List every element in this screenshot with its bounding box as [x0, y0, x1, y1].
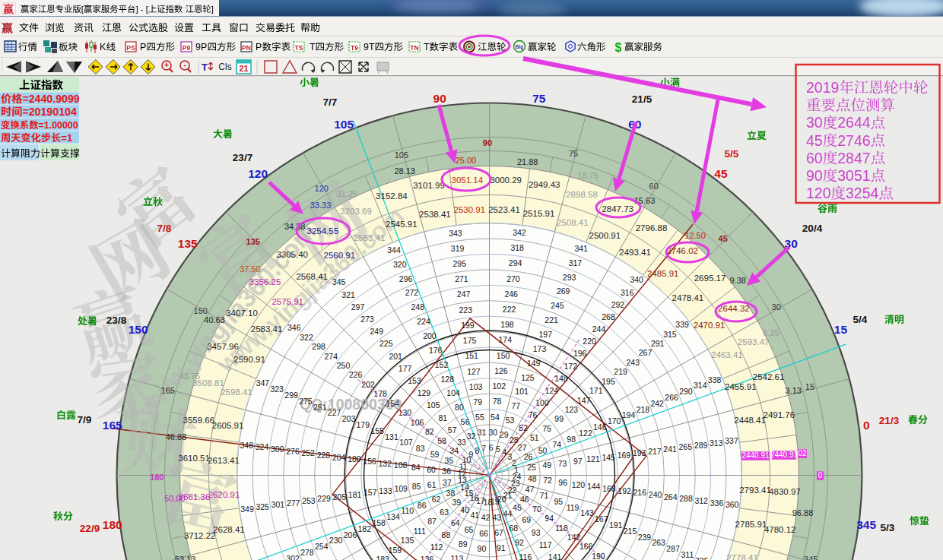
svg-text:37.50: 37.50 [240, 264, 261, 274]
svg-text:=1: =1 [61, 132, 72, 144]
svg-text:49: 49 [542, 460, 551, 470]
svg-text:23/7: 23/7 [233, 152, 252, 163]
svg-text:2778.41: 2778.41 [726, 553, 758, 560]
svg-text:116: 116 [519, 552, 532, 560]
svg-text:321: 321 [341, 290, 355, 299]
svg-text:91: 91 [497, 543, 506, 552]
svg-text:273: 273 [360, 315, 374, 324]
svg-text:151: 151 [465, 351, 478, 360]
svg-text:3559.66: 3559.66 [183, 416, 215, 425]
svg-text:347: 347 [256, 378, 270, 388]
svg-text:264: 264 [664, 492, 678, 501]
svg-text:35: 35 [445, 456, 454, 465]
svg-text:159: 159 [389, 546, 402, 555]
svg-text:23/8: 23/8 [106, 315, 127, 326]
svg-text:]: ] [211, 5, 214, 14]
svg-text:43: 43 [493, 513, 502, 522]
svg-text:230: 230 [329, 536, 343, 545]
svg-text:3051: 3051 [837, 167, 870, 184]
svg-text:180: 180 [103, 518, 122, 531]
svg-text:110: 110 [401, 506, 414, 515]
svg-text:46: 46 [520, 495, 529, 504]
svg-text:218: 218 [637, 405, 650, 414]
svg-text:131: 131 [385, 432, 398, 441]
svg-text:70: 70 [532, 505, 541, 514]
svg-text:30: 30 [806, 114, 823, 131]
svg-text:2455.91: 2455.91 [725, 382, 757, 391]
svg-text:270: 270 [506, 274, 520, 283]
svg-text:228: 228 [317, 451, 331, 460]
svg-text:81: 81 [438, 413, 447, 422]
svg-text:248: 248 [411, 302, 425, 312]
svg-text:5: 5 [496, 445, 500, 454]
svg-text:77: 77 [511, 401, 520, 410]
svg-text:3101.99: 3101.99 [413, 181, 445, 190]
svg-text:252: 252 [301, 448, 315, 457]
svg-text:2463.41: 2463.41 [711, 350, 743, 359]
svg-text:221: 221 [545, 315, 558, 324]
svg-text:124: 124 [545, 386, 559, 395]
svg-text:2746.02: 2746.02 [666, 246, 698, 255]
svg-text:60: 60 [427, 465, 436, 474]
svg-text:101: 101 [515, 387, 529, 396]
svg-text:105: 105 [395, 150, 408, 160]
svg-text:132: 132 [379, 459, 392, 468]
svg-text:143: 143 [580, 508, 594, 517]
svg-text:2545.91: 2545.91 [386, 220, 418, 229]
svg-text:41: 41 [470, 511, 479, 520]
svg-text:2530.91: 2530.91 [454, 205, 486, 214]
svg-text:204: 204 [332, 453, 346, 462]
svg-text:7: 7 [481, 444, 486, 453]
svg-text:166: 166 [579, 542, 593, 551]
svg-text:220: 220 [583, 337, 596, 346]
svg-text:15: 15 [805, 382, 814, 391]
svg-text:96: 96 [558, 478, 567, 487]
svg-text:2493.41: 2493.41 [619, 248, 651, 257]
svg-text:167: 167 [595, 514, 608, 524]
svg-text:2560.91: 2560.91 [324, 251, 356, 260]
svg-text:224: 224 [417, 317, 430, 326]
svg-text:336: 336 [710, 498, 724, 508]
svg-text:297: 297 [351, 302, 365, 312]
svg-text:21.88: 21.88 [517, 157, 538, 166]
svg-text:149: 149 [527, 359, 541, 368]
svg-text:24: 24 [513, 472, 522, 481]
svg-text:2470.91: 2470.91 [694, 321, 726, 330]
svg-text:3203.69: 3203.69 [340, 207, 372, 216]
svg-text:4830.97: 4830.97 [769, 487, 801, 496]
svg-text:34: 34 [449, 446, 459, 455]
svg-text:2590.91: 2590.91 [233, 355, 265, 364]
svg-text:268: 268 [602, 312, 615, 321]
svg-text:26: 26 [524, 452, 533, 461]
svg-text:2793.41: 2793.41 [739, 486, 771, 495]
svg-text:3610.51: 3610.51 [178, 454, 210, 463]
svg-text:111: 111 [414, 527, 426, 536]
svg-text:3000.29: 3000.29 [490, 176, 522, 185]
svg-text:295: 295 [453, 259, 467, 268]
svg-text:106: 106 [411, 418, 424, 427]
svg-text:153: 153 [408, 376, 421, 385]
svg-text:28.13: 28.13 [394, 166, 415, 176]
svg-text:202: 202 [361, 380, 375, 389]
svg-text:TS: TS [295, 44, 303, 52]
svg-text:182: 182 [358, 524, 372, 533]
svg-text:113: 113 [451, 554, 464, 560]
svg-text:246: 246 [504, 289, 518, 299]
svg-text:267: 267 [639, 348, 652, 357]
svg-text:2583.41: 2583.41 [251, 324, 283, 334]
svg-text:240: 240 [649, 490, 662, 499]
svg-text:86: 86 [418, 501, 427, 510]
svg-text:3: 3 [508, 452, 513, 461]
svg-text:144: 144 [587, 482, 601, 491]
svg-text:181: 181 [348, 490, 362, 499]
svg-text:53: 53 [506, 416, 515, 425]
svg-text:45: 45 [719, 234, 728, 243]
svg-text:42: 42 [481, 513, 491, 522]
svg-text:278: 278 [300, 548, 314, 557]
svg-text:69: 69 [522, 515, 531, 524]
svg-text:88: 88 [442, 530, 451, 539]
svg-text:128: 128 [441, 375, 455, 384]
svg-text:+: + [164, 61, 169, 69]
svg-text:349: 349 [240, 505, 254, 514]
svg-text:172: 172 [564, 362, 578, 371]
